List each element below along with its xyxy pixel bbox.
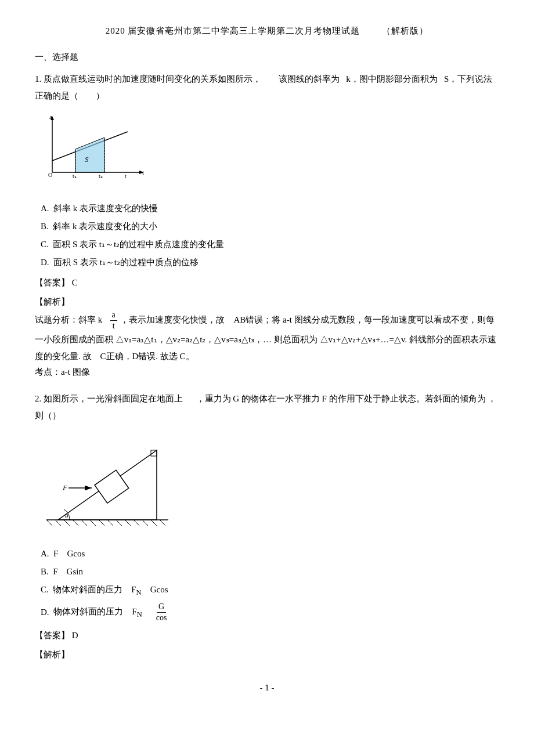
svg-line-18 <box>55 520 61 526</box>
q2-incline-svg: θ F <box>41 434 174 533</box>
q1-option-b-text: 斜率 k 表示速度变化的大小 <box>53 222 157 231</box>
q2-option-a-label: A. <box>41 549 51 558</box>
q1-option-a-label: A. <box>41 204 51 213</box>
q2-analysis: 【解析】 <box>35 647 499 663</box>
q1-option-d: D. 面积 S 表示 t₁～t₂的过程中质点的位移 <box>41 255 499 270</box>
page-number: - 1 - <box>35 680 499 696</box>
svg-line-23 <box>99 520 104 526</box>
svg-line-27 <box>134 520 139 526</box>
q1-analysis-intro: 试题分析：斜率 k <box>35 315 102 324</box>
q2-frac-den: cos <box>154 613 169 623</box>
q2-option-a: A. F Gcos <box>41 546 499 562</box>
q2-option-a-text: F Gcos <box>53 549 85 558</box>
q1-options: A. 斜率 k 表示速度变化的快慢 B. 斜率 k 表示速度变化的大小 C. 面… <box>41 201 499 270</box>
q2-option-d-label: D. <box>41 605 51 620</box>
svg-line-22 <box>90 520 96 526</box>
title-text: 2020 届安徽省亳州市第二中学高三上学期第二次月考物理试题 <box>106 26 360 35</box>
svg-text:t: t <box>142 169 144 176</box>
svg-line-26 <box>125 520 131 526</box>
svg-line-25 <box>116 520 122 526</box>
q2-option-c: C. 物体对斜面的压力 FN Gcos <box>41 582 499 599</box>
svg-line-20 <box>73 520 78 526</box>
q2-analysis-label: 【解析】 <box>35 647 499 663</box>
svg-text:t: t <box>125 173 127 179</box>
question-2: 2. 如图所示，一光滑斜面固定在地面上 ，重力为 G 的物体在一水平推力 F 的… <box>35 390 499 663</box>
q1-answer: 【答案】 C <box>35 275 499 291</box>
q2-text: 2. 如图所示，一光滑斜面固定在地面上 ，重力为 G 的物体在一水平推力 F 的… <box>35 390 499 424</box>
q2-answer-value: D <box>72 631 78 640</box>
q2-analysis-label-text: 【解析】 <box>35 650 70 659</box>
svg-rect-34 <box>95 471 129 504</box>
q1-option-b-label: B. <box>41 222 51 231</box>
q2-option-b-label: B. <box>41 567 51 576</box>
title-suffix: （解析版） <box>382 26 428 35</box>
q2-option-c-label: C. <box>41 585 51 594</box>
q1-analysis-content: 试题分析：斜率 k a t ，表示加速度变化快慢，故 AB错误；将 a-t 图线… <box>35 310 499 364</box>
q1-option-c-label: C. <box>41 240 51 249</box>
q1-answer-value: C <box>72 278 78 287</box>
q1-slope-text: 该图线的斜率为 <box>279 74 340 84</box>
svg-text:θ: θ <box>65 512 68 519</box>
q2-option-b-text: F Gsin <box>53 567 83 576</box>
q1-fraction: a t <box>110 310 117 331</box>
q1-frac-numerator: a <box>110 310 117 321</box>
svg-text:a: a <box>49 114 52 120</box>
section-label: 一、选择题 <box>35 52 78 62</box>
page-title: 2020 届安徽省亳州市第二中学高三上学期第二次月考物理试题 （解析版） <box>35 23 499 39</box>
q1-analysis: 【解析】 试题分析：斜率 k a t ，表示加速度变化快慢，故 AB错误；将 a… <box>35 294 499 380</box>
q1-option-d-text: 面积 S 表示 t₁～t₂的过程中质点的位移 <box>53 258 199 267</box>
svg-marker-13 <box>75 138 104 172</box>
q2-frac-num: G <box>157 602 166 613</box>
q2-text2: ，重力为 G 的物体在一水平推力 <box>196 394 320 403</box>
q1-option-c: C. 面积 S 表示 t₁～t₂的过程中质点速度的变化量 <box>41 237 499 252</box>
q1-test-point: 考点：a-t 图像 <box>35 364 499 380</box>
q1-option-a: A. 斜率 k 表示速度变化的快慢 <box>41 201 499 216</box>
q1-frac-denominator: t <box>111 321 117 331</box>
q1-graph: a t O t₁ t₂ t S <box>41 114 145 195</box>
q2-option-b: B. F Gsin <box>41 564 499 580</box>
svg-line-24 <box>107 520 113 526</box>
q2-answer-label: 【答案】 <box>35 631 70 640</box>
svg-line-30 <box>160 520 165 526</box>
q2-option-d: D. 物体对斜面的压力 FN G cos <box>41 602 499 623</box>
q2-option-c-text: 物体对斜面的压力 FN Gcos <box>53 585 168 594</box>
q1-option-c-text: 面积 S 表示 t₁～t₂的过程中质点速度的变化量 <box>53 240 224 249</box>
q1-option-a-text: 斜率 k 表示速度变化的快慢 <box>53 204 158 213</box>
q1-option-b: B. 斜率 k 表示速度变化的大小 <box>41 219 499 234</box>
q1-analysis-text1: ，表示加速度变化快慢，故 <box>120 315 225 324</box>
svg-line-17 <box>46 520 52 526</box>
svg-text:t₁: t₁ <box>73 173 77 179</box>
q1-number: 1. <box>35 74 41 84</box>
q2-text3: F 的作用下处于静止状态。若斜面的倾角为 <box>322 394 486 403</box>
q1-test-point-text: 考点：a-t 图像 <box>35 367 90 377</box>
q2-answer: 【答案】 D <box>35 628 499 643</box>
q1-main-text: 质点做直线运动时的加速度随时间变化的关系如图所示， <box>44 74 261 84</box>
q1-analysis-text3: C正确，D错误. 故选 C。 <box>100 352 194 361</box>
svg-text:t₂: t₂ <box>99 173 103 179</box>
q1-analysis-label-text: 【解析】 <box>35 297 70 306</box>
svg-line-21 <box>81 520 87 526</box>
q2-option-d-text: 物体对斜面的压力 FN <box>53 604 150 621</box>
q1-option-d-label: D. <box>41 258 51 267</box>
q2-number: 2. <box>35 394 41 403</box>
svg-text:F: F <box>62 483 68 492</box>
q1-text: 1. 质点做直线运动时的加速度随时间变化的关系如图所示， 该图线的斜率为 k，图… <box>35 71 499 104</box>
q1-area-text: k，图中阴影部分面积为 <box>346 74 438 84</box>
q2-option-d-fraction: G cos <box>154 602 169 623</box>
section-header: 一、选择题 <box>35 49 499 65</box>
svg-line-19 <box>64 520 70 526</box>
question-1: 1. 质点做直线运动时的加速度随时间变化的关系如图所示， 该图线的斜率为 k，图… <box>35 71 499 380</box>
page-number-text: - 1 - <box>260 683 275 692</box>
svg-line-28 <box>142 520 148 526</box>
q1-analysis-label: 【解析】 <box>35 294 499 310</box>
q1-answer-label: 【答案】 <box>35 278 70 287</box>
q2-text1: 如图所示，一光滑斜面固定在地面上 <box>44 394 183 403</box>
q2-options: A. F Gcos B. F Gsin C. 物体对斜面的压力 FN Gcos … <box>41 546 499 623</box>
svg-text:S: S <box>85 155 89 164</box>
q1-at-graph: a t O t₁ t₂ t S <box>41 114 145 190</box>
svg-text:O: O <box>48 172 52 178</box>
svg-line-29 <box>151 520 157 526</box>
q2-diagram: θ F <box>41 434 174 538</box>
